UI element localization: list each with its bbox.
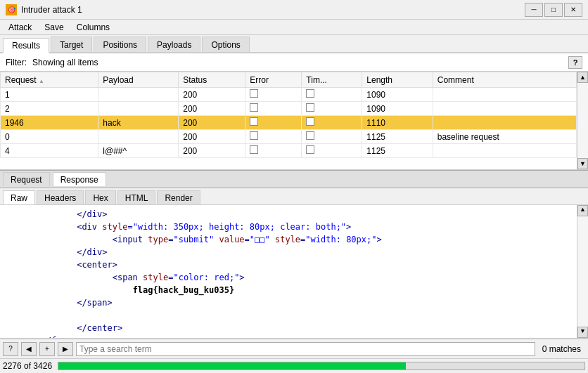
menu-save[interactable]: Save [39,21,69,34]
help-button[interactable]: ? [568,56,582,69]
status-bar: 2276 of 3426 [0,358,588,372]
tab-payloads[interactable]: Payloads [148,37,200,52]
cell-comment [433,116,576,130]
sub-tab-html[interactable]: HTML [117,190,156,204]
cell-length: 1090 [362,88,433,102]
scrollbar-up-arrow[interactable]: ▲ [577,72,588,83]
cell-error [245,88,302,102]
cell-comment [433,102,576,116]
table-scrollbar[interactable]: ▲ ▼ [577,72,588,169]
tab-positions[interactable]: Positions [94,37,146,52]
cell-comment: baseline request [433,130,576,144]
col-header-timer[interactable]: Tim... [302,72,362,88]
cell-status: 200 [179,144,245,158]
section-tab-request[interactable]: Request [3,172,50,186]
menu-attack[interactable]: Attack [3,21,37,34]
col-header-request[interactable]: Request ▲ [1,72,98,88]
tab-target[interactable]: Target [51,37,92,52]
scrollbar-down-arrow[interactable]: ▼ [577,158,588,169]
col-header-length[interactable]: Length [362,72,433,88]
cell-payload: hack [98,116,179,130]
results-table-area: Request ▲ Payload Status Error Tim... Le… [0,72,588,170]
cell-length: 1125 [362,130,433,144]
matches-badge: 0 matches [538,344,585,354]
app-icon: 🎯 [6,4,17,15]
help-icon-button[interactable]: ? [3,342,18,356]
col-header-comment[interactable]: Comment [433,72,576,88]
cell-timer [302,88,362,102]
cell-timer [302,144,362,158]
cell-payload [98,130,179,144]
next-button[interactable]: ▶ [58,342,73,356]
cell-timer [302,102,362,116]
cell-payload [98,88,179,102]
window-controls: ─ □ ✕ [525,3,582,17]
progress-bar [58,362,585,370]
status-text: 2276 of 3426 [3,361,52,371]
code-scrollbar[interactable]: ▲ ▼ [577,205,588,338]
cell-payload: l@##^ [98,144,179,158]
sub-tab-raw[interactable]: Raw [3,190,35,204]
filter-text: Showing all items [32,58,98,67]
table-row[interactable]: 4 l@##^ 200 1125 [1,144,588,158]
section-tab-response[interactable]: Response [53,172,106,186]
main-tabs: Results Target Positions Payloads Option… [0,35,588,53]
col-header-status[interactable]: Status [179,72,245,88]
progress-fill [58,362,406,369]
cell-length: 1110 [362,116,433,130]
cell-error [245,144,302,158]
minimize-button[interactable]: ─ [525,3,543,17]
section-divider: Request Response [0,170,588,188]
table-row[interactable]: 1946 hack 200 1110 [1,116,588,130]
cell-status: 200 [179,88,245,102]
cell-status: 200 [179,130,245,144]
code-display: </div> <div style="width: 350px; height:… [0,205,588,339]
code-scrollbar-down[interactable]: ▼ [577,327,588,338]
title-bar: 🎯 Intruder attack 1 ─ □ ✕ [0,0,588,20]
cell-comment [433,144,576,158]
cell-request: 2 [1,102,98,116]
tab-results[interactable]: Results [3,38,49,53]
cell-comment [433,88,576,102]
cell-payload [98,102,179,116]
cell-length: 1125 [362,144,433,158]
cell-request: 0 [1,130,98,144]
close-button[interactable]: ✕ [564,3,582,17]
sub-tab-hex[interactable]: Hex [85,190,115,204]
cell-timer [302,130,362,144]
col-header-payload[interactable]: Payload [98,72,179,88]
results-table: Request ▲ Payload Status Error Tim... Le… [0,72,588,158]
code-scrollbar-up[interactable]: ▲ [577,205,588,216]
table-row[interactable]: 1 200 1090 [1,88,588,102]
sub-tabs: Raw Headers Hex HTML Render [0,188,588,205]
table-row[interactable]: 0 200 1125 baseline request [1,130,588,144]
filter-bar: Filter: Showing all items ? [0,53,588,72]
code-content: </div> <div style="width: 350px; height:… [6,208,582,339]
cell-status: 200 [179,102,245,116]
maximize-button[interactable]: □ [544,3,563,17]
search-input[interactable] [76,342,535,356]
cell-error [245,102,302,116]
cell-request: 4 [1,144,98,158]
menu-bar: Attack Save Columns [0,20,588,35]
add-button[interactable]: + [39,342,55,356]
tab-options[interactable]: Options [202,37,249,52]
code-scrollbar-track [577,216,588,327]
cell-length: 1090 [362,102,433,116]
cell-error [245,116,302,130]
cell-request: 1946 [1,116,98,130]
window-title: Intruder attack 1 [21,5,82,15]
filter-label: Filter: [6,58,27,67]
col-header-error[interactable]: Error [245,72,302,88]
cell-request: 1 [1,88,98,102]
cell-timer [302,116,362,130]
bottom-bar: ? ◀ + ▶ 0 matches [0,339,588,358]
cell-status: 200 [179,116,245,130]
sub-tab-render[interactable]: Render [157,190,200,204]
cell-error [245,130,302,144]
prev-button[interactable]: ◀ [21,342,37,356]
sub-tab-headers[interactable]: Headers [37,190,84,204]
menu-columns[interactable]: Columns [71,21,115,34]
table-row[interactable]: 2 200 1090 [1,102,588,116]
scrollbar-track [577,83,588,158]
